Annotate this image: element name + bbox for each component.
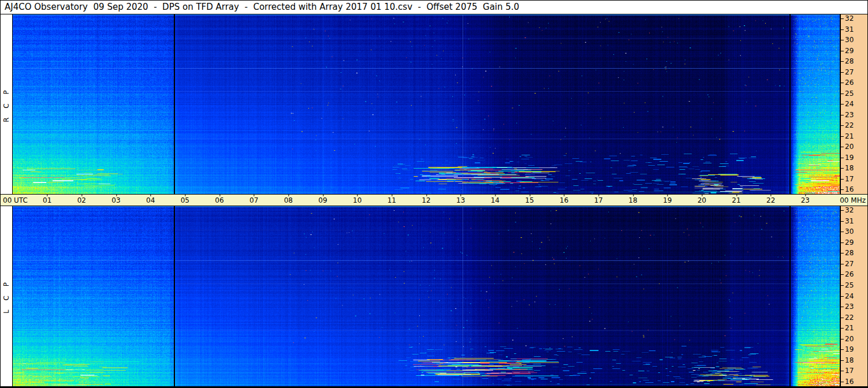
freq-tick-label: 26 — [845, 79, 854, 87]
freq-tick-label: 20 — [845, 143, 854, 151]
freq-tick-mark — [841, 296, 844, 297]
freq-tick-mark — [841, 349, 844, 350]
freq-tick-mark — [841, 115, 844, 115]
freq-tick-17: 17 — [841, 367, 867, 375]
freq-tick-mark — [841, 168, 844, 169]
hour-label-04: 04 — [146, 196, 155, 204]
freq-tick-label: 28 — [845, 249, 854, 257]
hour-label-15: 15 — [525, 196, 534, 204]
freq-tick-label: 32 — [845, 207, 854, 214]
freq-tick-mark — [841, 83, 844, 83]
freq-tick-25: 25 — [841, 90, 867, 98]
freq-tick-mark — [841, 61, 844, 62]
freq-tick-24: 24 — [841, 293, 867, 300]
freq-tick-mark — [841, 382, 844, 382]
freq-tick-mark — [841, 179, 844, 180]
freq-tick-27: 27 — [841, 69, 867, 76]
freq-tick-21: 21 — [841, 324, 867, 332]
freq-tick-mark — [841, 125, 844, 126]
freq-tick-mark — [841, 51, 844, 51]
freq-tick-21: 21 — [841, 133, 867, 140]
hour-label-16: 16 — [560, 196, 568, 204]
freq-tick-32: 32 — [841, 15, 867, 23]
freq-tick-mark — [841, 360, 844, 361]
freq-tick-label: 24 — [845, 293, 854, 300]
freq-tick-22: 22 — [841, 122, 867, 129]
hour-label-17: 17 — [594, 196, 603, 204]
freq-tick-23: 23 — [841, 111, 867, 119]
rcp-spectrogram — [12, 14, 841, 194]
hour-label-14: 14 — [491, 196, 500, 204]
freq-tick-mark — [841, 307, 844, 307]
freq-tick-label: 25 — [845, 90, 854, 98]
freq-tick-mark — [841, 189, 844, 190]
freq-tick-label: 32 — [845, 15, 854, 23]
hour-label-11: 11 — [388, 196, 396, 204]
freq-tick-mark — [841, 328, 844, 329]
freq-tick-31: 31 — [841, 218, 867, 225]
freq-tick-label: 30 — [845, 228, 854, 236]
freq-tick-label: 30 — [845, 36, 854, 44]
freq-tick-label: 29 — [845, 239, 854, 247]
hour-label-08: 08 — [284, 196, 293, 204]
rcp-panel-label: R C P — [2, 87, 10, 122]
lcp-panel-label: L C P — [2, 279, 10, 314]
hour-label-05: 05 — [181, 196, 189, 204]
freq-tick-label: 16 — [845, 378, 854, 386]
freq-tick-label: 23 — [845, 303, 854, 311]
freq-tick-label: 23 — [845, 111, 854, 119]
freq-tick-label: 18 — [845, 357, 854, 364]
freq-tick-label: 28 — [845, 58, 854, 65]
hour-label-10: 10 — [353, 196, 362, 204]
hour-label-23: 23 — [801, 196, 810, 204]
hour-label-02: 02 — [77, 196, 86, 204]
freq-tick-mark — [841, 242, 844, 243]
hour-label-06: 06 — [215, 196, 223, 204]
freq-tick-17: 17 — [841, 176, 867, 183]
lcp-spectrogram-canvas — [13, 206, 840, 386]
freq-tick-mark — [841, 147, 844, 147]
freq-tick-mark — [841, 285, 844, 286]
freq-tick-label: 17 — [845, 176, 854, 183]
freq-tick-label: 20 — [845, 335, 854, 343]
freq-tick-29: 29 — [841, 47, 867, 55]
freq-tick-label: 16 — [845, 186, 854, 193]
freq-tick-mark — [841, 232, 844, 232]
freq-tick-mark — [841, 264, 844, 264]
freq-tick-26: 26 — [841, 271, 867, 278]
freq-tick-20: 20 — [841, 335, 867, 343]
freq-tick-27: 27 — [841, 260, 867, 268]
freq-tick-label: 22 — [845, 122, 854, 129]
rcp-frequency-scale: 3231302928272625242322212019181716 — [841, 14, 867, 194]
freq-tick-25: 25 — [841, 282, 867, 289]
freq-tick-label: 24 — [845, 100, 854, 108]
freq-tick-mark — [841, 158, 844, 158]
rcp-panel: R C P 3231302928272625242322212019181716 — [1, 14, 867, 194]
freq-tick-label: 17 — [845, 367, 854, 375]
freq-tick-mark — [841, 371, 844, 371]
freq-tick-label: 19 — [845, 154, 854, 162]
hour-label-20: 20 — [698, 196, 706, 204]
freq-tick-mark — [841, 339, 844, 339]
hour-label-22: 22 — [766, 196, 775, 204]
hour-label-09: 09 — [318, 196, 327, 204]
page-title: AJ4CO Observatory 09 Sep 2020 - DPS on T… — [5, 2, 519, 12]
hour-label-07: 07 — [249, 196, 258, 204]
freq-tick-30: 30 — [841, 228, 867, 236]
freq-tick-label: 25 — [845, 282, 854, 289]
bottom-border — [1, 386, 867, 387]
freq-tick-mark — [841, 104, 844, 105]
hour-label-19: 19 — [663, 196, 672, 204]
freq-tick-19: 19 — [841, 346, 867, 353]
freq-tick-mark — [841, 29, 844, 30]
freq-tick-label: 31 — [845, 26, 854, 33]
freq-tick-label: 18 — [845, 165, 854, 172]
hour-label-21: 21 — [732, 196, 740, 204]
freq-tick-label: 31 — [845, 218, 854, 225]
freq-tick-20: 20 — [841, 143, 867, 151]
freq-tick-label: 19 — [845, 346, 854, 353]
freq-tick-mark — [841, 18, 844, 19]
freq-tick-mark — [841, 136, 844, 137]
spectrograph-viewer: AJ4CO Observatory 09 Sep 2020 - DPS on T… — [0, 0, 868, 388]
freq-tick-label: 27 — [845, 260, 854, 268]
